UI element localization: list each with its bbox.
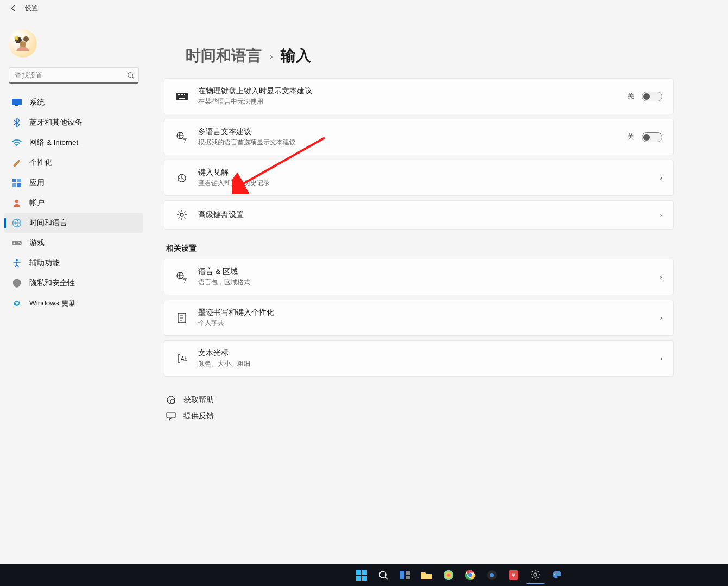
svg-point-45 — [444, 570, 453, 580]
sidebar-item-windows-update[interactable]: Windows 更新 — [4, 294, 143, 313]
chevron-right-icon: › — [660, 354, 662, 362]
svg-point-26 — [180, 213, 183, 216]
svg-point-55 — [558, 573, 559, 575]
card-subtitle: 颜色、大小、粗细 — [198, 359, 660, 368]
card-title: 在物理键盘上键入时显示文本建议 — [198, 86, 628, 96]
svg-rect-43 — [421, 574, 432, 579]
svg-rect-22 — [184, 94, 185, 95]
taskbar-app-2[interactable] — [483, 566, 501, 584]
card-language-region[interactable]: 字 语言 & 区域 语言包，区域格式 › — [164, 259, 674, 295]
svg-point-15 — [20, 243, 21, 244]
svg-rect-9 — [12, 183, 16, 187]
sidebar-item-apps[interactable]: 应用 — [4, 173, 143, 193]
start-button[interactable] — [352, 566, 371, 584]
sidebar-item-bluetooth[interactable]: 蓝牙和其他设备 — [4, 113, 143, 132]
history-icon — [175, 171, 188, 184]
link-get-help[interactable]: 获取帮助 — [164, 392, 674, 408]
app-title: 设置 — [25, 4, 38, 13]
taskbar-app-3[interactable]: ¥ — [504, 566, 523, 584]
avatar-icon — [12, 33, 34, 54]
card-title: 文本光标 — [198, 348, 660, 358]
globe-clock-icon — [12, 218, 22, 228]
search-input[interactable] — [9, 67, 139, 84]
sidebar-item-gaming[interactable]: 游戏 — [4, 233, 143, 253]
taskbar-settings[interactable] — [526, 566, 545, 584]
taskbar-chrome[interactable] — [461, 566, 479, 584]
svg-rect-10 — [17, 183, 21, 187]
sidebar-item-time-language[interactable]: 时间和语言 — [4, 213, 143, 233]
sidebar-item-label: 蓝牙和其他设备 — [29, 118, 83, 128]
sidebar-item-accounts[interactable]: 帐户 — [4, 193, 143, 213]
card-advanced-keyboard[interactable]: 高级键盘设置 › — [164, 200, 674, 230]
card-multilang-suggestion[interactable]: 字 多语言文本建议 根据我的语言首选项显示文本建议 关 — [164, 119, 674, 155]
svg-point-53 — [554, 574, 555, 575]
card-subtitle: 查看键入和更正历史记录 — [198, 179, 660, 188]
back-button[interactable] — [8, 2, 20, 14]
card-subtitle: 根据我的语言首选项显示文本建议 — [198, 138, 628, 147]
taskbar-explorer[interactable] — [417, 566, 436, 584]
wifi-icon — [12, 138, 22, 148]
sidebar-item-personalization[interactable]: 个性化 — [4, 153, 143, 173]
svg-rect-21 — [182, 94, 183, 95]
language-icon: 字 — [175, 131, 188, 144]
link-feedback[interactable]: 提供反馈 — [164, 408, 674, 424]
taskbar-app-1[interactable] — [439, 566, 458, 584]
card-typing-insights[interactable]: 键入见解 查看键入和更正历史记录 › — [164, 160, 674, 196]
chevron-right-icon: › — [660, 273, 662, 281]
card-subtitle: 个人字典 — [198, 319, 660, 328]
sidebar-item-privacy[interactable]: 隐私和安全性 — [4, 273, 143, 293]
svg-point-49 — [490, 573, 494, 577]
brush-icon — [12, 158, 22, 168]
gear-icon — [175, 208, 188, 221]
sidebar-item-label: Windows 更新 — [29, 298, 77, 308]
card-typing-suggestion[interactable]: 在物理键盘上键入时显示文本建议 在某些语言中无法使用 关 — [164, 78, 674, 114]
breadcrumb-parent[interactable]: 时间和语言 — [186, 46, 262, 66]
card-title: 高级键盘设置 — [198, 210, 660, 220]
card-text-cursor[interactable]: Ab 文本光标 颜色、大小、粗细 › — [164, 340, 674, 377]
svg-point-16 — [16, 259, 18, 262]
svg-rect-38 — [362, 576, 367, 581]
toggle-label: 关 — [628, 132, 634, 142]
sidebar-item-label: 辅助功能 — [29, 258, 60, 268]
sidebar-item-label: 个性化 — [29, 158, 52, 168]
svg-rect-33 — [167, 412, 175, 418]
sidebar-item-label: 时间和语言 — [29, 218, 67, 228]
sidebar-item-label: 系统 — [29, 98, 45, 107]
card-title: 多语言文本建议 — [198, 127, 628, 137]
sidebar-item-accessibility[interactable]: 辅助功能 — [4, 253, 143, 273]
svg-rect-19 — [179, 94, 180, 95]
svg-rect-17 — [176, 93, 188, 100]
taskbar-search[interactable] — [374, 566, 393, 584]
svg-rect-37 — [356, 576, 361, 581]
help-icon — [166, 395, 176, 405]
sidebar-item-system[interactable]: 系统 — [4, 93, 143, 112]
svg-rect-23 — [179, 98, 185, 99]
page-title: 输入 — [281, 46, 311, 66]
notebook-icon — [175, 311, 188, 324]
card-ink-typing[interactable]: 墨迹书写和键入个性化 个人字典 › — [164, 300, 674, 336]
taskbar-paint[interactable] — [548, 566, 566, 584]
svg-point-39 — [379, 571, 386, 578]
titlebar: 设置 — [0, 0, 728, 16]
svg-rect-41 — [406, 571, 410, 575]
chevron-right-icon: › — [660, 314, 662, 322]
gamepad-icon — [12, 238, 22, 248]
svg-point-3 — [128, 73, 133, 78]
search-icon — [127, 72, 135, 79]
toggle-switch[interactable] — [642, 132, 662, 142]
apps-icon — [12, 178, 22, 188]
svg-text:Ab: Ab — [181, 356, 187, 362]
avatar — [9, 29, 37, 58]
svg-point-6 — [16, 145, 17, 146]
svg-point-11 — [15, 200, 18, 203]
taskbar: ¥ — [0, 564, 728, 586]
svg-point-14 — [18, 242, 20, 243]
chevron-right-icon: › — [269, 50, 273, 62]
taskbar-taskview[interactable] — [396, 566, 414, 584]
toggle-switch[interactable] — [642, 92, 662, 101]
card-title: 墨迹书写和键入个性化 — [198, 308, 660, 317]
sidebar-item-network[interactable]: 网络 & Internet — [4, 133, 143, 152]
sidebar: 系统 蓝牙和其他设备 网络 & Internet — [0, 16, 148, 564]
user-profile[interactable] — [4, 29, 143, 58]
svg-rect-5 — [15, 105, 18, 106]
